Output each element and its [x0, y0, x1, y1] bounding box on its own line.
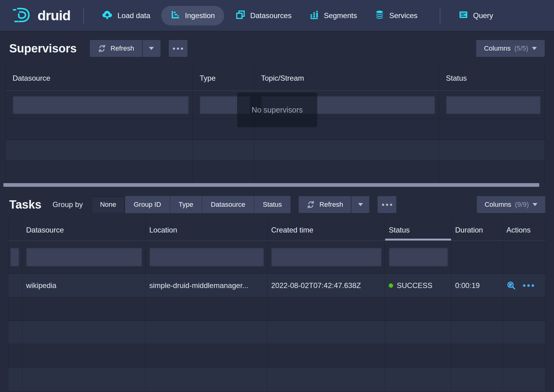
- header-topic-stream[interactable]: Topic/Stream: [254, 66, 439, 90]
- refresh-icon: [306, 200, 315, 209]
- supervisors-table: Datasource Type Topic/Stream Status No s…: [6, 66, 545, 182]
- columns-count: (5/5): [514, 44, 528, 52]
- supervisors-more-button[interactable]: [169, 40, 188, 57]
- columns-label: Columns: [484, 44, 511, 52]
- table-row: [6, 161, 545, 182]
- refresh-label: Refresh: [111, 44, 134, 52]
- group-by-none-button[interactable]: None: [92, 196, 125, 213]
- chevron-down-icon: [532, 47, 537, 50]
- stacked-layers-icon: [235, 10, 246, 22]
- group-by-group-id-button[interactable]: Group ID: [125, 196, 170, 213]
- table-row: [6, 140, 545, 161]
- supervisors-refresh-button[interactable]: Refresh: [90, 40, 142, 57]
- nav-item-label: Query: [473, 11, 493, 20]
- group-by-status-button[interactable]: Status: [254, 196, 291, 213]
- tasks-more-button[interactable]: [377, 196, 396, 213]
- nav-ingestion[interactable]: Ingestion: [161, 6, 224, 25]
- supervisors-columns-button[interactable]: Columns (5/5): [476, 40, 545, 57]
- supervisors-refresh-group: Refresh: [90, 40, 161, 57]
- tasks-header-row: Datasource Location Created time Status …: [8, 219, 545, 241]
- group-by-type-button[interactable]: Type: [170, 196, 202, 213]
- nav-services[interactable]: Services: [368, 6, 424, 25]
- header-created-time[interactable]: Created time: [267, 219, 385, 240]
- table-row: [8, 321, 545, 344]
- horizontal-scrollbar[interactable]: [3, 183, 539, 187]
- task-row-wikipedia[interactable]: wikipedia simple-druid-middlemanager... …: [8, 274, 545, 298]
- more-dots-icon: [173, 48, 183, 50]
- header-datasource[interactable]: Datasource: [6, 66, 193, 90]
- filter-mini-input[interactable]: [10, 248, 19, 267]
- gantt-chart-icon: [170, 10, 180, 21]
- task-more-actions-button[interactable]: [523, 284, 534, 287]
- filter-topic-stream-input[interactable]: [261, 96, 435, 114]
- upload-cloud-icon: [102, 10, 113, 22]
- tasks-refresh-caret-button[interactable]: [351, 196, 369, 213]
- group-by-datasource-button[interactable]: Datasource: [202, 196, 254, 213]
- filter-status-input[interactable]: [446, 96, 541, 114]
- supervisors-title: Supervisors: [9, 42, 77, 55]
- sort-indicator: [385, 239, 451, 240]
- task-datasource: wikipedia: [22, 274, 146, 297]
- header-status-sorted[interactable]: Status: [385, 219, 451, 240]
- more-dots-icon: [382, 204, 392, 206]
- filter-datasource-input[interactable]: [26, 248, 142, 267]
- header-status-label: Status: [389, 226, 410, 234]
- tasks-columns-button[interactable]: Columns (9/9): [477, 196, 545, 213]
- tasks-toolbar: Tasks Group by None Group ID Type Dataso…: [9, 196, 545, 213]
- nav-query[interactable]: Query: [451, 6, 500, 25]
- filter-created-time-input[interactable]: [271, 248, 382, 267]
- supervisors-header-row: Datasource Type Topic/Stream Status: [6, 66, 545, 91]
- filter-datasource-input[interactable]: [13, 96, 189, 114]
- tasks-filter-row: [8, 241, 545, 274]
- druid-logo[interactable]: druid: [12, 6, 70, 25]
- supervisors-filter-row: [6, 91, 545, 119]
- task-created-time: 2022-08-02T07:42:47.638Z: [267, 274, 385, 297]
- filter-location-input[interactable]: [149, 248, 264, 267]
- navbar: druid Load data Ingestion: [0, 0, 554, 31]
- nav-item-label: Load data: [117, 11, 150, 20]
- tasks-refresh-button[interactable]: Refresh: [298, 196, 351, 213]
- table-row: [8, 344, 545, 367]
- chevron-down-icon: [149, 47, 154, 50]
- inspect-task-button[interactable]: [506, 281, 516, 290]
- table-row: [8, 298, 545, 321]
- nav-load-data[interactable]: Load data: [95, 6, 157, 25]
- supervisors-refresh-caret-button[interactable]: [142, 40, 161, 57]
- header-actions[interactable]: Actions: [503, 219, 545, 240]
- brand-wordmark: druid: [37, 8, 70, 24]
- group-by-label: Group by: [53, 200, 83, 209]
- filter-status-input[interactable]: [389, 248, 448, 267]
- status-badge: SUCCESS: [397, 281, 432, 290]
- stacked-bars-icon: [309, 10, 319, 21]
- header-type[interactable]: Type: [193, 66, 254, 90]
- table-row: [8, 367, 545, 391]
- task-duration: 0:00:19: [451, 274, 503, 297]
- nav-item-label: Segments: [324, 11, 357, 20]
- header-location[interactable]: Location: [146, 219, 267, 240]
- database-icon: [375, 10, 384, 22]
- group-by-segmented-control: None Group ID Type Datasource Status: [92, 196, 291, 213]
- refresh-label: Refresh: [319, 201, 343, 209]
- druid-logo-icon: [12, 6, 33, 25]
- task-status: SUCCESS: [385, 274, 451, 297]
- task-location: simple-druid-middlemanager...: [146, 274, 267, 297]
- supervisors-toolbar: Supervisors Refresh Columns (5/5): [9, 39, 545, 58]
- header-spacer: [8, 219, 22, 240]
- header-duration[interactable]: Duration: [451, 219, 503, 240]
- nav-item-label: Datasources: [250, 11, 292, 20]
- nav-datasources[interactable]: Datasources: [228, 6, 298, 25]
- tasks-refresh-group: Refresh: [298, 196, 369, 213]
- nav-segments[interactable]: Segments: [302, 6, 364, 25]
- success-status-dot: [389, 283, 393, 288]
- navbar-divider: [440, 7, 440, 24]
- nav-item-label: Ingestion: [185, 11, 215, 20]
- refresh-icon: [98, 44, 106, 53]
- table-row: [6, 119, 545, 140]
- filter-type-input[interactable]: [200, 96, 250, 114]
- tasks-table: Datasource Location Created time Status …: [8, 219, 545, 391]
- columns-count: (9/9): [515, 201, 529, 209]
- task-actions: [503, 274, 545, 297]
- header-datasource[interactable]: Datasource: [22, 219, 146, 240]
- header-status[interactable]: Status: [439, 66, 545, 90]
- nav-item-label: Services: [389, 11, 417, 20]
